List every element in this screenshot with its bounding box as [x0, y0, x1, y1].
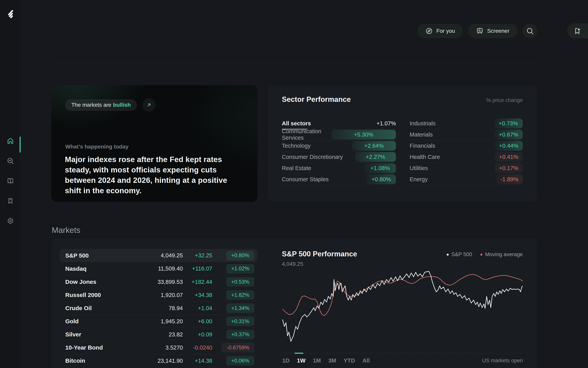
- market-name: 10-Year Bond: [65, 344, 130, 351]
- market-name: Dow Jones: [65, 278, 130, 285]
- market-mood-highlight: bullish: [113, 102, 131, 108]
- range-tab-all[interactable]: All: [362, 357, 370, 364]
- market-value: 4,049.25: [130, 252, 183, 259]
- market-value: 23,141.90: [130, 358, 183, 364]
- market-change: +116.07: [183, 265, 212, 272]
- search-trend-icon: [7, 157, 14, 164]
- market-name: S&P 500: [65, 252, 130, 259]
- market-row[interactable]: 10-Year Bond3.5270-0.0240-0.6759%: [60, 341, 258, 354]
- market-row[interactable]: S&P 5004,049.25+32.25+0.80%: [60, 249, 258, 262]
- sector-column-right: Industrials+0.73%Materials+0.67%Financia…: [410, 118, 523, 185]
- sector-value-pill: +0.67%: [494, 130, 523, 139]
- legend-label: Moving average: [485, 251, 523, 258]
- sidebar-item-hub[interactable]: [7, 217, 14, 224]
- market-row[interactable]: Silver23.82+0.09+0.37%: [60, 328, 258, 341]
- sidebar: [0, 0, 21, 368]
- market-value: 33,899.53: [130, 279, 183, 285]
- sector-label: Utilities: [410, 165, 428, 171]
- for-you-button[interactable]: For you: [418, 24, 463, 38]
- sector-row[interactable]: All sectors+1.07%: [282, 118, 396, 129]
- market-row[interactable]: Gold1,945.20+6.00+0.31%: [60, 315, 258, 328]
- sector-label: Materials: [410, 131, 433, 138]
- market-name: Russell 2000: [65, 292, 130, 298]
- performance-chart: [282, 270, 523, 353]
- range-tab-1m[interactable]: 1M: [313, 357, 321, 364]
- legend-dot: [481, 254, 482, 256]
- range-tab-ytd[interactable]: YTD: [344, 357, 355, 364]
- bookmark-icon: [7, 197, 14, 204]
- sector-performance-title: Sector Performance: [282, 95, 351, 104]
- range-tab-3m[interactable]: 3M: [328, 357, 336, 364]
- market-percent-badge: -0.6759%: [222, 343, 254, 352]
- sector-value-pill: +0.17%: [495, 163, 523, 173]
- sector-grid: All sectors+1.07%Communication Services+…: [282, 118, 523, 185]
- market-row[interactable]: Nasdaq11,509.40+116.07+1.02%: [60, 262, 258, 275]
- market-percent-badge: +0.37%: [226, 330, 254, 339]
- market-value: 78.94: [130, 305, 183, 312]
- bookmark-arrow-icon: [573, 27, 581, 35]
- screener-button[interactable]: Screener: [468, 24, 517, 38]
- market-percent-badge: +1.02%: [226, 264, 254, 274]
- sector-performance-card: Sector Performance % price change All se…: [268, 85, 537, 202]
- open-insight-button[interactable]: [142, 98, 156, 112]
- sector-row: Real Estate+1.08%: [282, 163, 396, 174]
- market-name: Silver: [65, 331, 130, 338]
- market-row[interactable]: Dow Jones33,899.53+182.44+0.53%: [60, 275, 258, 288]
- insight-headline: Major indexes rose after the Fed kept ra…: [65, 154, 245, 196]
- chart-axis-divider: [282, 353, 523, 353]
- sector-row: Consumer Discretionary+2.27%: [282, 151, 396, 163]
- screener-label: Screener: [487, 28, 509, 34]
- book-icon: [7, 177, 14, 184]
- sidebar-item-home[interactable]: [7, 137, 14, 144]
- market-change: +34.38: [183, 292, 212, 298]
- market-status: US markets open: [482, 358, 523, 364]
- sector-column-left: All sectors+1.07%Communication Services+…: [282, 118, 396, 185]
- market-percent-badge: +1.82%: [226, 290, 254, 300]
- app-logo-icon[interactable]: [6, 10, 15, 19]
- sidebar-item-explore[interactable]: [7, 157, 14, 164]
- sector-row: Consumer Staples+0.80%: [282, 174, 396, 185]
- sector-row: Industrials+0.73%: [410, 118, 523, 129]
- sector-label: Technology: [282, 143, 311, 149]
- market-percent-badge: +0.31%: [226, 317, 254, 326]
- sector-label: Communication Services: [282, 128, 331, 141]
- market-mood-pill[interactable]: The markets are bullish: [65, 100, 137, 111]
- moving-average-line: [283, 275, 523, 316]
- sector-label: Consumer Discretionary: [282, 154, 343, 160]
- active-range-indicator: [294, 353, 303, 354]
- sector-value-pill: +0.41%: [495, 152, 523, 162]
- sector-label: Energy: [410, 176, 428, 183]
- saved-items-button[interactable]: [567, 24, 588, 38]
- markets-table: S&P 5004,049.25+32.25+0.80%Nasdaq11,509.…: [60, 249, 258, 367]
- search-button[interactable]: [523, 24, 537, 38]
- market-value: 3.5270: [130, 344, 183, 351]
- market-percent-badge: +1.34%: [226, 304, 254, 313]
- sidebar-item-bookmarks[interactable]: [7, 197, 14, 204]
- range-tab-1d[interactable]: 1D: [282, 357, 289, 364]
- markets-dashboard-page: For you Screener The markets are bullish: [0, 0, 588, 368]
- sidebar-item-library[interactable]: [7, 177, 14, 184]
- sector-value-pill: +0.80%: [366, 175, 396, 184]
- price-change-note: % price change: [486, 97, 523, 103]
- sector-row: Energy-1.89%: [410, 174, 523, 185]
- market-row[interactable]: Bitcoin23,141.90+14.38+0.06%: [60, 354, 258, 367]
- sector-row: Health Care+0.41%: [410, 151, 523, 163]
- legend-item: Moving average: [481, 251, 523, 258]
- chart-range-tabs: 1D1W1M3MYTDAll US markets open: [282, 357, 523, 364]
- market-row[interactable]: Russell 20001,920.07+34.38+1.82%: [60, 288, 258, 302]
- sector-label: Consumer Staples: [282, 176, 329, 183]
- daily-insight-card: The markets are bullish What’s happening…: [51, 85, 258, 202]
- sector-row: Communication Services+5.30%: [282, 129, 396, 140]
- legend-label: S&P 500: [451, 251, 472, 258]
- market-change: +14.38: [183, 358, 212, 364]
- insight-kicker: What’s happening today: [65, 144, 129, 150]
- market-value: 23.82: [130, 331, 183, 338]
- sector-label: All sectors: [282, 120, 311, 127]
- market-change: +6.00: [183, 318, 212, 325]
- market-change: +32.25: [183, 252, 212, 259]
- legend-dot: [447, 254, 449, 256]
- range-tab-1w[interactable]: 1W: [297, 357, 306, 364]
- easel-icon: [476, 27, 483, 35]
- markets-card: S&P 5004,049.25+32.25+0.80%Nasdaq11,509.…: [51, 239, 537, 368]
- market-row[interactable]: Crude Oil78.94+1.04+1.34%: [60, 302, 258, 315]
